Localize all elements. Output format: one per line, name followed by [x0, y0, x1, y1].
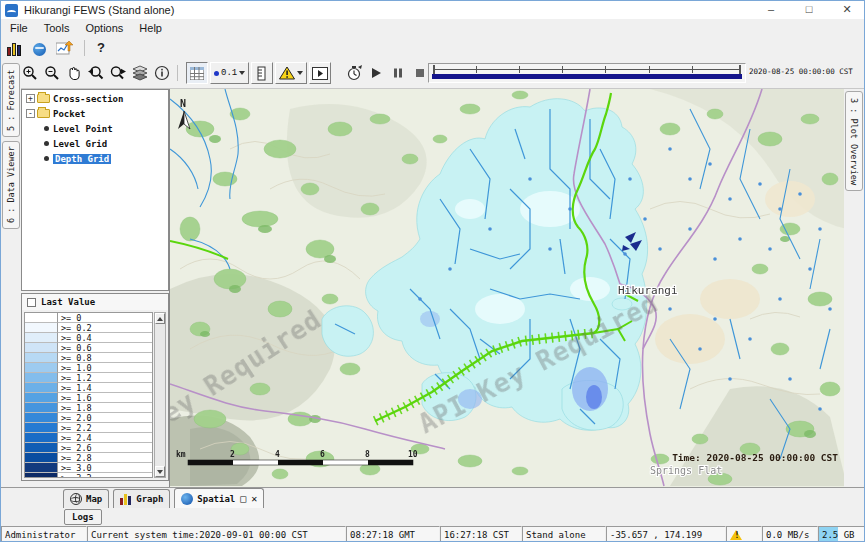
layers-icon[interactable] [129, 62, 151, 84]
legend-swatch [25, 473, 58, 478]
svg-text:N: N [180, 98, 186, 109]
tree-item-pocket[interactable]: - Pocket [22, 107, 168, 120]
tab-spatial[interactable]: Spatial □ ✕ [174, 488, 264, 508]
town-label: Hikurangi [618, 284, 678, 297]
legend-label: >= 2.8 [58, 453, 152, 463]
legend-row: >= 0.4 [25, 333, 152, 343]
menu-options[interactable]: Options [78, 20, 130, 36]
animation-player-button[interactable] [309, 62, 331, 84]
pause-button[interactable] [387, 62, 409, 84]
window-title: Hikurangi FEWS (Stand alone) [24, 4, 174, 16]
warning-icon [730, 530, 742, 540]
expander-minus-icon[interactable]: - [26, 109, 35, 118]
menu-tools[interactable]: Tools [37, 20, 77, 36]
application-window: Hikurangi FEWS (Stand alone) – □ ✕ File … [0, 0, 865, 542]
current-datetime: 2020-08-25 00:00:00 CST [749, 67, 853, 76]
tree-item-label[interactable]: Pocket [53, 109, 86, 119]
status-warning-cell[interactable] [726, 526, 762, 542]
legend-label: >= 1.4 [58, 383, 152, 393]
bullet-icon [44, 126, 49, 131]
logs-button[interactable]: Logs [64, 509, 102, 525]
chart-arrow-icon[interactable] [55, 40, 73, 56]
map-globe-icon [70, 493, 82, 505]
toolbar-separator [84, 40, 85, 56]
tree-item-depth-grid[interactable]: Depth Grid [22, 152, 168, 165]
map-view[interactable]: ey Required API Key Required Hikurangi S… [169, 89, 846, 487]
grid-display-button[interactable] [186, 62, 208, 84]
tree-item-label-selected[interactable]: Depth Grid [53, 154, 111, 164]
legend-swatch [25, 383, 58, 393]
bottom-tab-bar: Map Graph Spatial □ ✕ [1, 487, 865, 508]
legend-label: >= 1.6 [58, 393, 152, 403]
dot-icon [214, 71, 219, 76]
tab-data-viewer[interactable]: 6 : Data Viewer [2, 141, 20, 229]
status-local-time: 16:27:18 CST [440, 526, 522, 542]
folder-icon [37, 94, 50, 103]
legend-row: >= 2.4 [25, 433, 152, 443]
info-icon[interactable] [151, 62, 173, 84]
legend-label: >= 0.6 [58, 343, 152, 353]
left-tab-strip: 5 : Forecast 6 : Data Viewer [1, 58, 21, 486]
main-toolbar: ? [1, 37, 865, 58]
timer-settings-icon[interactable] [343, 62, 365, 84]
svg-text:2: 2 [230, 450, 235, 459]
legend-row: >= 1.2 [25, 373, 152, 383]
last-value-label: Last Value [41, 297, 95, 307]
legend-scrollbar[interactable] [154, 312, 166, 478]
tree-item-label[interactable]: Cross-section [53, 94, 123, 104]
tree-item-level-point[interactable]: Level Point [22, 122, 168, 135]
legend-label: >= 0 [58, 313, 152, 323]
warning-dropdown[interactable] [275, 62, 307, 84]
legend-label: >= 0.2 [58, 323, 152, 333]
timeline-slider[interactable] [428, 63, 746, 83]
svg-text:8: 8 [365, 450, 370, 459]
menu-help[interactable]: Help [132, 20, 169, 36]
legend-row: >= 1.4 [25, 383, 152, 393]
tab-maximize-icon[interactable]: □ [240, 493, 246, 504]
map-canvas[interactable]: ey Required API Key Required Hikurangi S… [170, 89, 846, 487]
scroll-down-button[interactable] [155, 466, 165, 477]
tree-item-cross-section[interactable]: + Cross-section [22, 92, 168, 105]
tab-forecast[interactable]: 5 : Forecast [2, 63, 20, 137]
legend-swatch [25, 413, 58, 423]
minimize-button[interactable]: – [752, 1, 790, 19]
pan-hand-icon[interactable] [63, 62, 85, 84]
close-button[interactable]: ✕ [828, 1, 865, 19]
legend-row: >= 2.6 [25, 443, 152, 453]
tab-map[interactable]: Map [63, 489, 109, 508]
legend-row: >= 2.8 [25, 453, 152, 463]
maximize-button[interactable]: □ [790, 1, 828, 19]
scroll-up-button[interactable] [155, 313, 165, 324]
logs-row: Logs [1, 508, 865, 526]
legend-row: >= 2.2 [25, 423, 152, 433]
legend-swatch [25, 403, 58, 413]
toolbar-separator [177, 65, 178, 81]
statistics-icon[interactable] [5, 40, 23, 56]
tab-plot-overview[interactable]: 3 : Plot Overview [845, 91, 863, 191]
menu-file[interactable]: File [3, 20, 35, 36]
status-memory: 2.5 GB [818, 526, 865, 542]
legend-swatch [25, 453, 58, 463]
play-button[interactable] [365, 62, 387, 84]
area-label: Springs Flat [650, 465, 722, 476]
tree-item-label[interactable]: Level Grid [53, 139, 107, 149]
zoom-out-icon[interactable] [41, 62, 63, 84]
scale-legend-button[interactable] [251, 62, 273, 84]
globe-icon[interactable] [30, 40, 48, 56]
tree-item-level-grid[interactable]: Level Grid [22, 137, 168, 150]
status-bar: Administrator Current system time:2020-0… [1, 526, 865, 542]
legend-row: >= 0.2 [25, 323, 152, 333]
tab-graph[interactable]: Graph [113, 489, 170, 508]
warning-icon [279, 66, 295, 80]
status-coordinates: -35.657 , 174.199 [606, 526, 726, 542]
tab-close-icon[interactable]: ✕ [251, 493, 257, 504]
zoom-previous-icon[interactable] [85, 62, 107, 84]
tree-item-label[interactable]: Level Point [53, 124, 113, 134]
help-button[interactable]: ? [93, 40, 109, 55]
last-value-checkbox[interactable] [27, 298, 36, 307]
zoom-in-icon[interactable] [19, 62, 41, 84]
graph-bars-icon [120, 493, 132, 505]
contour-interval-dropdown[interactable]: 0.1 [210, 62, 249, 84]
expander-plus-icon[interactable]: + [26, 94, 35, 103]
zoom-next-icon[interactable] [107, 62, 129, 84]
